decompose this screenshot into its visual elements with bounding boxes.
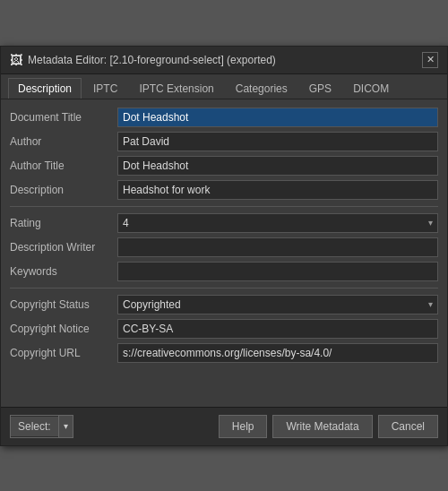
tab-categories[interactable]: Categories	[226, 78, 297, 99]
help-button[interactable]: Help	[219, 415, 268, 438]
tab-iptc[interactable]: IPTC	[83, 78, 127, 99]
copyright-notice-input[interactable]	[117, 319, 438, 339]
copyright-url-row: Copyright URL	[10, 342, 438, 364]
description-input[interactable]	[117, 180, 438, 200]
divider-1	[10, 206, 438, 207]
cancel-button[interactable]: Cancel	[378, 415, 438, 438]
rating-label: Rating	[10, 217, 117, 229]
description-label: Description	[10, 184, 117, 196]
rating-section: Rating 0 1 2 3 4 5 ▾ Description Writer	[10, 212, 438, 282]
tab-iptc-extension[interactable]: IPTC Extension	[129, 78, 223, 99]
select-dropdown-wrapper: Select: ▾	[10, 415, 73, 438]
copyright-status-row: Copyright Status Unknown Copyrighted Pub…	[10, 294, 438, 315]
footer-left: Select: ▾	[10, 415, 73, 438]
rating-row: Rating 0 1 2 3 4 5 ▾	[10, 212, 438, 234]
content-area: Document Title Author Author Title Descr…	[1, 99, 447, 403]
write-metadata-button[interactable]: Write Metadata	[272, 415, 372, 438]
metadata-editor-window: 🖼 Metadata Editor: [2.10-foreground-sele…	[0, 46, 448, 446]
keywords-row: Keywords	[10, 261, 438, 282]
tab-bar: Description IPTC IPTC Extension Categori…	[1, 74, 447, 99]
rating-select-wrapper: 0 1 2 3 4 5 ▾	[117, 213, 438, 233]
titlebar: 🖼 Metadata Editor: [2.10-foreground-sele…	[1, 47, 447, 74]
select-dropdown-arrow[interactable]: ▾	[58, 416, 73, 437]
copyright-notice-row: Copyright Notice	[10, 318, 438, 340]
window-title: Metadata Editor: [2.10-foreground-select…	[28, 54, 276, 66]
document-title-label: Document Title	[10, 111, 117, 124]
tab-dicom[interactable]: DICOM	[343, 78, 399, 99]
keywords-input[interactable]	[117, 262, 438, 281]
footer-right: Help Write Metadata Cancel	[219, 415, 438, 438]
tab-description[interactable]: Description	[8, 78, 82, 99]
author-title-label: Author Title	[10, 159, 117, 172]
close-button[interactable]: ✕	[422, 52, 438, 68]
author-title-input[interactable]	[117, 156, 438, 176]
description-writer-input[interactable]	[117, 237, 438, 257]
author-input[interactable]	[117, 132, 438, 151]
description-writer-label: Description Writer	[10, 241, 117, 254]
spacer	[10, 369, 438, 396]
app-icon: 🖼	[10, 53, 22, 67]
select-label-text: Select:	[11, 417, 58, 436]
author-row: Author	[10, 131, 438, 152]
keywords-label: Keywords	[10, 265, 117, 278]
description-writer-row: Description Writer	[10, 237, 438, 258]
copyright-status-label: Copyright Status	[10, 298, 117, 311]
copyright-section: Copyright Status Unknown Copyrighted Pub…	[10, 294, 438, 364]
basic-info-section: Document Title Author Author Title Descr…	[10, 107, 438, 201]
footer: Select: ▾ Help Write Metadata Cancel	[1, 407, 447, 445]
divider-2	[10, 288, 438, 289]
copyright-url-label: Copyright URL	[10, 347, 117, 359]
copyright-notice-label: Copyright Notice	[10, 323, 117, 335]
description-row: Description	[10, 179, 438, 201]
tab-gps[interactable]: GPS	[299, 78, 341, 99]
titlebar-left: 🖼 Metadata Editor: [2.10-foreground-sele…	[10, 53, 276, 67]
author-label: Author	[10, 135, 117, 148]
rating-select[interactable]: 0 1 2 3 4 5	[117, 213, 438, 233]
author-title-row: Author Title	[10, 155, 438, 177]
copyright-status-select-wrapper: Unknown Copyrighted Public Domain ▾	[117, 295, 438, 314]
copyright-status-select[interactable]: Unknown Copyrighted Public Domain	[117, 295, 438, 314]
document-title-input[interactable]	[117, 108, 438, 127]
document-title-row: Document Title	[10, 107, 438, 128]
copyright-url-input[interactable]	[117, 343, 438, 363]
